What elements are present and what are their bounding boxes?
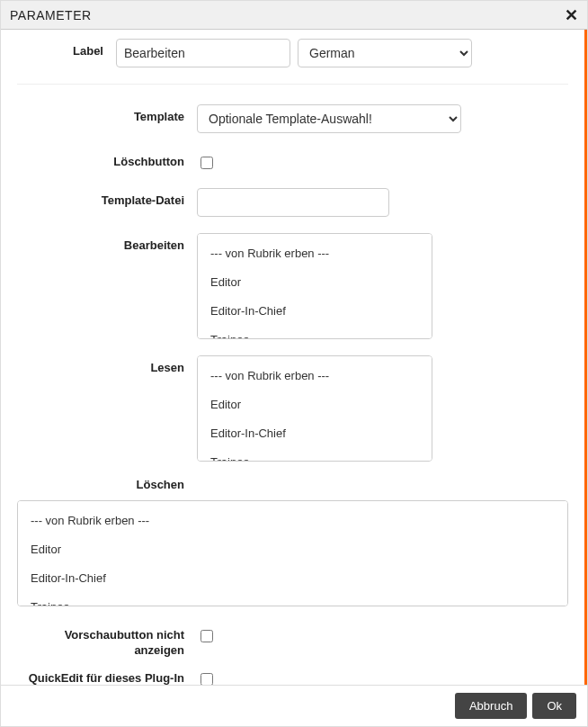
row-delete: Löschen --- von Rubrik erben --- Editor …: [17, 478, 568, 606]
label-label: Label: [17, 39, 116, 59]
dialog-footer: Abbruch Ok: [1, 685, 587, 726]
close-icon[interactable]: ✕: [565, 7, 578, 23]
list-item[interactable]: Trainee: [18, 593, 567, 606]
edit-controls: --- von Rubrik erben --- Editor Editor-I…: [197, 233, 568, 339]
read-listbox[interactable]: --- von Rubrik erben --- Editor Editor-I…: [197, 355, 432, 462]
list-item[interactable]: Editor: [198, 390, 432, 419]
previewhide-controls: [197, 623, 568, 645]
row-previewhide: Vorschaubutton nicht anzeigen: [17, 623, 568, 659]
cancel-button[interactable]: Abbruch: [455, 693, 527, 719]
dialog-header: PARAMETER ✕: [1, 1, 587, 30]
list-item[interactable]: Trainee: [198, 326, 432, 339]
label-input[interactable]: [116, 39, 290, 67]
parameter-dialog: PARAMETER ✕ Label German Template Option…: [0, 0, 588, 727]
dialog-title: PARAMETER: [10, 8, 92, 22]
list-item[interactable]: Editor-In-Chief: [198, 297, 432, 326]
deletebutton-checkbox[interactable]: [200, 157, 213, 169]
edit-listbox[interactable]: --- von Rubrik erben --- Editor Editor-I…: [197, 233, 432, 339]
list-item[interactable]: --- von Rubrik erben ---: [198, 362, 432, 390]
list-item[interactable]: Editor-In-Chief: [18, 564, 567, 593]
list-item[interactable]: --- von Rubrik erben ---: [18, 507, 567, 535]
language-select[interactable]: German: [298, 39, 472, 67]
row-edit: Bearbeiten --- von Rubrik erben --- Edit…: [17, 233, 568, 339]
label-quickedit: QuickEdit für dieses Plug-In deaktiviere…: [17, 666, 197, 685]
templatefile-controls: [197, 188, 568, 217]
label-edit: Bearbeiten: [17, 233, 197, 254]
label-controls: German: [116, 39, 568, 67]
label-previewhide: Vorschaubutton nicht anzeigen: [17, 623, 197, 659]
row-deletebutton: Löschbutton: [17, 149, 568, 172]
templatefile-input[interactable]: [197, 188, 389, 217]
read-controls: --- von Rubrik erben --- Editor Editor-I…: [197, 355, 568, 462]
label-templatefile: Template-Datei: [17, 188, 197, 209]
row-template: Template Optionale Template-Auswahl!: [17, 104, 568, 133]
quickedit-checkbox[interactable]: [200, 673, 213, 685]
label-read: Lesen: [17, 355, 197, 376]
deletebutton-controls: [197, 149, 568, 172]
row-read: Lesen --- von Rubrik erben --- Editor Ed…: [17, 355, 568, 462]
quickedit-controls: [197, 666, 568, 685]
ok-button[interactable]: Ok: [532, 693, 576, 719]
template-select[interactable]: Optionale Template-Auswahl!: [197, 104, 461, 133]
list-item[interactable]: Trainee: [198, 448, 432, 462]
list-item[interactable]: Editor: [18, 535, 567, 564]
label-delete: Löschen: [17, 478, 197, 493]
list-item[interactable]: Editor-In-Chief: [198, 419, 432, 448]
delete-listbox[interactable]: --- von Rubrik erben --- Editor Editor-I…: [17, 500, 568, 606]
list-item[interactable]: --- von Rubrik erben ---: [198, 239, 432, 268]
label-template: Template: [17, 104, 197, 125]
previewhide-checkbox[interactable]: [200, 630, 213, 642]
row-label: Label German: [17, 39, 568, 85]
row-quickedit: QuickEdit für dieses Plug-In deaktiviere…: [17, 666, 568, 685]
list-item[interactable]: Editor: [198, 268, 432, 297]
template-controls: Optionale Template-Auswahl!: [197, 104, 568, 133]
label-deletebutton: Löschbutton: [17, 149, 197, 170]
row-templatefile: Template-Datei: [17, 188, 568, 217]
dialog-body[interactable]: Label German Template Optionale Template…: [1, 30, 587, 685]
